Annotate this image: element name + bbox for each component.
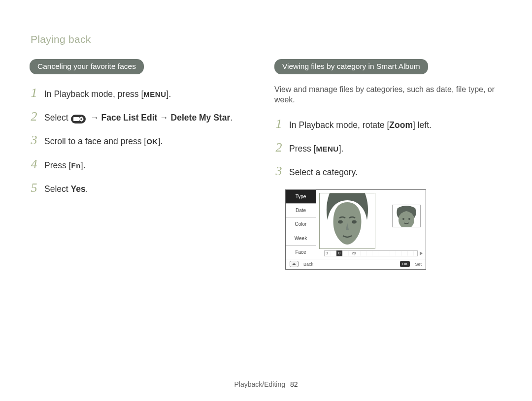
step-post: ].	[158, 136, 163, 146]
two-column-layout: Canceling your favorite faces 1 In Playb…	[30, 59, 502, 270]
steps-list-right: 1 In Playback mode, rotate [Zoom] left. …	[274, 115, 502, 181]
lcd-thumbnail-small	[392, 205, 421, 227]
fn-button-label: Fn	[71, 160, 80, 171]
step-pre: Press [	[289, 144, 316, 154]
lcd-thumbnails: 3 6 29 8	[316, 190, 426, 259]
lcd-thumbnail-large	[319, 193, 375, 249]
svg-point-2	[80, 118, 82, 120]
step-3: 3 Select a category.	[274, 162, 502, 180]
step-number: 4	[30, 155, 38, 173]
step-3: 3 Scroll to a face and press [OK].	[30, 131, 258, 149]
heading-pill-smart-album: Viewing files by category in Smart Album	[274, 59, 428, 74]
step-number: 1	[30, 84, 38, 102]
left-column: Canceling your favorite faces 1 In Playb…	[30, 59, 258, 270]
step-pre: In Playback mode, rotate [	[289, 120, 389, 130]
ok-button-label: OK	[146, 136, 158, 147]
footer-page-number: 82	[290, 380, 298, 388]
lcd-menu-face: Face	[286, 246, 316, 259]
step-2: 2 Press [MENU].	[274, 139, 502, 156]
step-bold-path-a: Face List Edit	[101, 113, 158, 123]
step-4: 4 Press [Fn].	[30, 155, 258, 173]
timeline-highlight: 8	[336, 250, 342, 256]
lcd-menu-week: Week	[286, 231, 316, 245]
step-post: ].	[339, 144, 344, 154]
step-text: Select a category.	[289, 166, 358, 179]
timeline-right-arrow-icon	[420, 251, 423, 255]
step-number: 3	[274, 162, 283, 180]
settings-gear-icon	[71, 115, 86, 123]
timeline-n1: 3	[326, 251, 328, 255]
step-pre: Select a category.	[289, 167, 358, 177]
svg-point-8	[402, 218, 404, 220]
step-1: 1 In Playback mode, press [MENU].	[30, 84, 258, 102]
footer-section-label: Playback/Editing	[234, 380, 286, 388]
step-number: 2	[30, 108, 38, 125]
lcd-category-menu: Type Date Color Week Face	[286, 190, 316, 259]
face-illustration-icon	[320, 193, 375, 248]
lcd-menu-date: Date	[286, 204, 316, 217]
menu-button-label: MENU	[316, 144, 338, 154]
steps-list-left: 1 In Playback mode, press [MENU]. 2 Sele…	[30, 84, 258, 197]
lcd-timeline: 3 6 29 8	[319, 250, 423, 257]
step-number: 5	[30, 179, 38, 197]
lcd-nav-icon: ◂▸	[290, 261, 299, 267]
timeline-n3: 29	[352, 251, 356, 255]
right-column: Viewing files by category in Smart Album…	[274, 59, 502, 270]
step-5: 5 Select Yes.	[30, 179, 258, 197]
lcd-bottom-bar: ◂▸ Back OK Set	[286, 259, 426, 269]
lcd-ok-icon: OK	[400, 261, 410, 267]
timeline-bar: 3 6 29 8	[324, 250, 418, 256]
lcd-set-label: Set	[415, 262, 422, 267]
face-illustration-small-icon	[393, 205, 420, 227]
step-number: 1	[274, 115, 283, 133]
step-bold: Yes	[71, 184, 86, 194]
step-text: Select Yes.	[44, 183, 88, 195]
step-bold-path-b: Delete My Star	[171, 113, 231, 123]
step-post: ].	[81, 160, 86, 170]
step-pre: Select	[44, 184, 71, 194]
step-pre: In Playback mode, press [	[44, 89, 143, 99]
heading-pill-cancel-faces: Canceling your favorite faces	[30, 59, 144, 74]
step-text: In Playback mode, rotate [Zoom] left.	[289, 119, 432, 131]
page-footer: Playback/Editing 82	[0, 380, 532, 388]
svg-point-9	[408, 218, 410, 220]
camera-lcd-mockup: Type Date Color Week Face	[285, 189, 426, 270]
step-post: ] left.	[413, 120, 432, 130]
section-title: Playing back	[31, 33, 502, 45]
menu-button-label: MENU	[143, 89, 166, 99]
step-text: Scroll to a face and press [OK].	[44, 135, 163, 148]
step-bold: Zoom	[389, 120, 413, 130]
step-pre: Select	[44, 113, 71, 123]
step-1: 1 In Playback mode, rotate [Zoom] left.	[274, 115, 502, 133]
step-number: 3	[30, 131, 38, 149]
manual-page: Playing back Canceling your favorite fac…	[0, 0, 532, 401]
lcd-menu-type: Type	[286, 190, 316, 204]
step-post: .	[230, 113, 233, 123]
lcd-menu-color: Color	[286, 217, 316, 231]
lcd-top-area: Type Date Color Week Face	[286, 190, 426, 259]
intro-paragraph: View and manage files by categories, suc…	[274, 84, 502, 105]
step-pre: Press [	[44, 160, 71, 170]
step-number: 2	[274, 139, 283, 156]
step-post: ].	[166, 89, 171, 99]
step-text: Press [Fn].	[44, 159, 86, 172]
step-text: Select → Face List Edit → Delete My Star…	[44, 112, 233, 124]
step-text: Press [MENU].	[289, 143, 343, 155]
svg-rect-0	[73, 117, 79, 121]
svg-point-5	[352, 220, 357, 223]
step-2: 2 Select → Face List Edit → Delete My S	[30, 108, 258, 125]
step-text: In Playback mode, press [MENU].	[44, 88, 171, 100]
step-post: .	[86, 184, 88, 194]
svg-point-4	[338, 220, 343, 223]
lcd-back-label: Back	[303, 262, 313, 267]
step-pre: Scroll to a face and press [	[44, 136, 146, 146]
